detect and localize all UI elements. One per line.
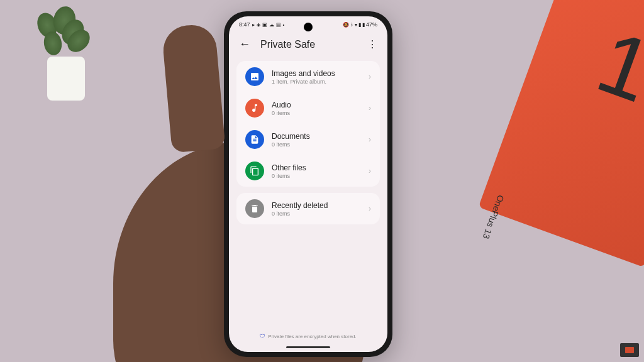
audio-icon <box>245 99 264 118</box>
chevron-right-icon: › <box>369 72 371 81</box>
notification-icon: ▸ <box>252 22 255 28</box>
notification-icon: ☁ <box>269 22 274 28</box>
chevron-right-icon: › <box>369 204 371 213</box>
chevron-right-icon: › <box>369 104 371 112</box>
images-icon <box>245 67 264 86</box>
bluetooth-icon: ᚼ <box>350 22 353 28</box>
category-other-files[interactable]: Other files 0 items › <box>236 155 380 187</box>
item-title: Other files <box>272 163 361 172</box>
box-brand-text: OnePlus 13 <box>481 194 506 240</box>
watermark-logo <box>620 343 639 357</box>
item-title: Documents <box>272 132 361 141</box>
wifi-icon: ▾ <box>355 22 357 28</box>
deleted-card: Recently deleted 0 items › <box>236 193 380 224</box>
signal-icon: ▮ <box>358 22 361 28</box>
item-subtitle: 0 items <box>272 211 361 217</box>
battery-icon: ▮ <box>362 22 365 28</box>
product-box: OnePlus 13 13 <box>479 0 644 267</box>
battery-percent: 47% <box>366 21 377 28</box>
item-subtitle: 0 items <box>272 141 361 148</box>
page-title: Private Safe <box>260 39 357 50</box>
documents-icon <box>245 130 264 149</box>
item-subtitle: 1 item. Private album. <box>272 79 361 85</box>
item-title: Images and videos <box>272 69 361 78</box>
shield-icon: 🛡 <box>260 333 265 339</box>
notification-icon: ▤ <box>276 22 281 28</box>
notification-icon: ▣ <box>262 22 267 28</box>
back-button[interactable]: ← <box>239 38 250 51</box>
phone-frame: 8:47 ▸ ◈ ▣ ☁ ▤ • 🔕 ᚼ ▾ ▮ ▮ 47% ← Private… <box>224 11 392 357</box>
plant-decoration <box>25 0 101 101</box>
categories-card: Images and videos 1 item. Private album.… <box>236 61 380 187</box>
category-images-videos[interactable]: Images and videos 1 item. Private album.… <box>236 61 380 92</box>
item-subtitle: 0 items <box>272 110 361 116</box>
menu-button[interactable]: ⋮ <box>367 38 377 50</box>
files-icon <box>245 162 264 180</box>
category-documents[interactable]: Documents 0 items › <box>236 124 380 155</box>
camera-cutout <box>304 23 313 31</box>
gesture-bar[interactable] <box>286 346 330 348</box>
box-number-text: 13 <box>587 17 644 133</box>
phone-screen: 8:47 ▸ ◈ ▣ ☁ ▤ • 🔕 ᚼ ▾ ▮ ▮ 47% ← Private… <box>229 16 387 352</box>
chevron-right-icon: › <box>369 167 371 175</box>
recently-deleted[interactable]: Recently deleted 0 items › <box>236 193 380 224</box>
app-header: ← Private Safe ⋮ <box>229 30 387 61</box>
notification-icon: ◈ <box>257 22 260 28</box>
footer-note: 🛡 Private files are encrypted when store… <box>229 333 387 339</box>
trash-icon <box>245 199 264 218</box>
thumb <box>161 23 225 153</box>
category-audio[interactable]: Audio 0 items › <box>236 92 380 124</box>
item-title: Audio <box>272 101 361 109</box>
notification-mute-icon: 🔕 <box>343 22 349 28</box>
chevron-right-icon: › <box>369 135 371 144</box>
status-time: 8:47 <box>239 21 250 28</box>
item-subtitle: 0 items <box>272 173 361 179</box>
item-title: Recently deleted <box>272 201 361 210</box>
footer-text: Private files are encrypted when stored. <box>268 334 357 339</box>
notification-icon: • <box>283 22 285 28</box>
